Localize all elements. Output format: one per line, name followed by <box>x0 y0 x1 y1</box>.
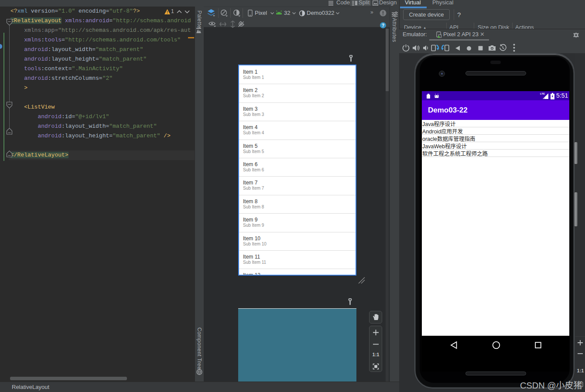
svg-text:?: ? <box>382 23 384 28</box>
